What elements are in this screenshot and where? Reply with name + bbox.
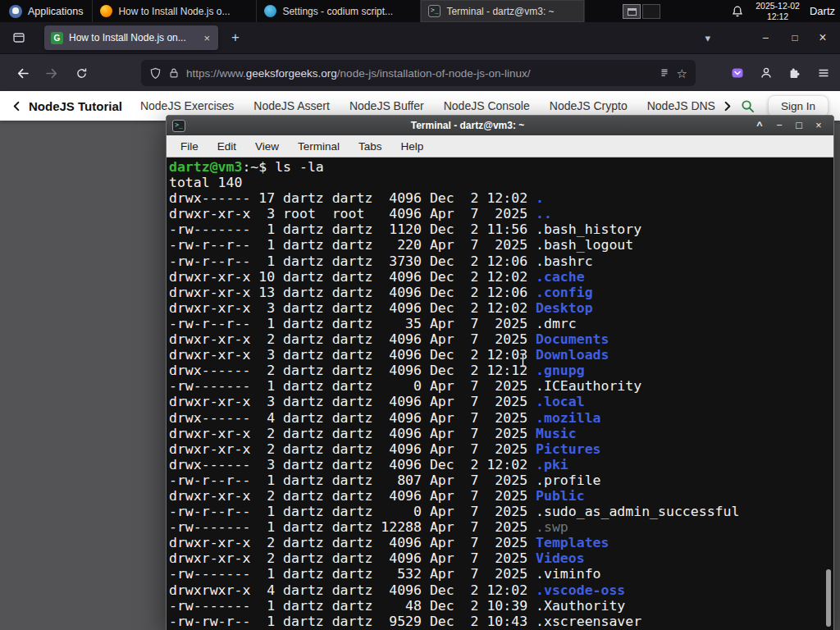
notifications-bell-icon[interactable] [729, 3, 746, 20]
terminal-line: drwx------ 2 dartz dartz 4096 Dec 2 12:1… [169, 363, 833, 378]
file-name: .. [536, 206, 552, 221]
workspace-cell-active[interactable] [623, 4, 641, 19]
panel-clock[interactable]: 2025-12-02 12:12 [756, 1, 800, 21]
terminal-line: -rw-r--r-- 1 dartz dartz 3730 Dec 2 12:0… [169, 253, 833, 269]
terminal-minimize-button[interactable]: − [769, 120, 789, 131]
terminal-menu-tabs[interactable]: Tabs [358, 140, 382, 153]
terminal-scrollbar-thumb[interactable] [826, 569, 831, 627]
terminal-line: drwxr-xr-x 3 dartz dartz 4096 Dec 2 12:0… [169, 347, 833, 363]
terminal-line: drwxr-xr-x 2 dartz dartz 4096 Apr 7 2025… [169, 441, 833, 457]
terminal-maximize-button[interactable]: □ [789, 120, 809, 131]
panel-user-menu[interactable]: Dartz [810, 5, 837, 17]
reader-mode-icon[interactable] [659, 67, 670, 79]
terminal-line: drwxr-xr-x 3 root root 4096 Apr 7 2025 .… [169, 206, 833, 221]
file-name: .bash_history [536, 221, 641, 237]
browser-minimize-button[interactable]: − [753, 22, 778, 53]
workspace-cell[interactable] [642, 4, 660, 19]
terminal-command: ls -la [275, 159, 324, 175]
firefox-window: G How to Install Node.js on... × + ▾ − □… [0, 22, 840, 121]
file-name: .gnupg [536, 363, 585, 378]
file-name: Desktop [536, 300, 593, 316]
reload-icon[interactable] [69, 61, 94, 85]
chevron-left-icon[interactable] [11, 101, 22, 112]
site-nav-link[interactable]: NodeJS Buffer [349, 99, 424, 112]
back-icon[interactable] [10, 61, 34, 85]
list-all-tabs-icon[interactable]: ▾ [705, 22, 710, 53]
taskbar-window-button[interactable]: Terminal - dartz@vm3: ~ [421, 0, 585, 22]
terminal-menu-file[interactable]: File [180, 140, 199, 153]
terminal-output: drwx------ 17 dartz dartz 4096 Dec 2 12:… [169, 190, 833, 629]
bookmark-star-icon[interactable]: ☆ [677, 67, 687, 80]
menu-hamburger-icon[interactable] [812, 61, 835, 85]
search-icon[interactable] [741, 99, 755, 113]
terminal-line: drwx------ 3 dartz dartz 4096 Dec 2 12:0… [169, 457, 833, 472]
terminal-icon [172, 120, 185, 132]
file-name: .swp [536, 519, 568, 535]
lock-icon[interactable] [168, 67, 180, 79]
terminal-total-line: total 140 [169, 175, 833, 190]
url-path: /node-js/installation-of-node-js-on-linu… [337, 67, 531, 80]
terminal-titlebar[interactable]: Terminal - dartz@vm3: ~ ^ − □ × [167, 116, 833, 135]
site-nav-link[interactable]: NodeJS Crypto [550, 99, 628, 112]
site-nav-link[interactable]: NodeJS DNS [647, 99, 715, 112]
terminal-line: -rw-r--r-- 1 dartz dartz 35 Apr 7 2025 .… [169, 316, 833, 331]
site-nav-primary[interactable]: NodeJS Tutorial [29, 99, 122, 113]
sign-in-button[interactable]: Sign In [768, 95, 829, 117]
terminal-menu-edit[interactable]: Edit [217, 140, 236, 153]
prompt-separator: : [242, 159, 250, 175]
prompt-user-host: dartz@vm3 [169, 159, 242, 175]
file-name: .Xauthority [536, 598, 625, 614]
pocket-icon[interactable] [726, 61, 749, 85]
terminal-body[interactable]: dartz@vm3:~$ ls -la total 140 drwx------… [167, 158, 833, 630]
file-name: .ICEauthority [536, 378, 641, 394]
terminal-close-button[interactable]: × [809, 120, 829, 131]
mouse-cursor [518, 353, 527, 368]
terminal-line: -rw-rw-r-- 1 dartz dartz 9529 Dec 2 10:4… [169, 614, 833, 629]
terminal-menu-view[interactable]: View [255, 140, 279, 153]
site-nav-link[interactable]: NodeJS Assert [253, 99, 330, 112]
browser-maximize-button[interactable]: □ [783, 22, 807, 53]
chevron-right-icon[interactable] [722, 101, 733, 112]
extensions-puzzle-icon[interactable] [783, 61, 806, 85]
browser-tab-active[interactable]: G How to Install Node.js on... × [44, 25, 218, 50]
file-name: .vscode-oss [536, 582, 625, 598]
taskbar-window-button[interactable]: How to Install Node.js o... [93, 0, 257, 22]
gfg-favicon: G [51, 32, 63, 44]
site-nav-link[interactable]: NodeJS Console [444, 99, 530, 112]
terminal-icon [428, 5, 441, 17]
terminal-window: Terminal - dartz@vm3: ~ ^ − □ × FileEdit… [166, 115, 834, 630]
applications-label: Applications [28, 6, 83, 17]
taskbar-window-title: How to Install Node.js o... [118, 6, 230, 17]
terminal-menu-terminal[interactable]: Terminal [298, 140, 340, 153]
browser-close-button[interactable]: × [810, 22, 835, 53]
forward-icon[interactable] [39, 61, 64, 85]
site-nav-links: NodeJS ExercisesNodeJS AssertNodeJS Buff… [140, 99, 722, 112]
applications-icon [9, 5, 22, 18]
applications-menu-button[interactable]: Applications [0, 0, 92, 22]
terminal-line: drwxr-xr-x 10 dartz dartz 4096 Dec 2 12:… [169, 269, 833, 285]
firefox-view-icon[interactable] [7, 26, 31, 49]
account-icon[interactable] [755, 61, 778, 85]
terminal-shade-button[interactable]: ^ [750, 120, 769, 131]
terminal-menu-help[interactable]: Help [401, 140, 424, 153]
url-bar[interactable]: https://www.geeksforgeeks.org/node-js/in… [141, 60, 696, 86]
firefox-icon [100, 5, 112, 17]
top-panel: Applications How to Install Node.js o...… [0, 0, 840, 22]
url-text[interactable]: https://www.geeksforgeeks.org/node-js/in… [186, 67, 652, 80]
file-name: .xscreensaver [536, 614, 641, 629]
terminal-line: -rw-r--r-- 1 dartz dartz 0 Apr 7 2025 .s… [169, 504, 833, 519]
file-name: . [536, 190, 544, 206]
terminal-line: drwxr-xr-x 2 dartz dartz 4096 Apr 7 2025… [169, 550, 833, 566]
file-name: .local [536, 394, 585, 409]
tab-close-icon[interactable]: × [202, 31, 212, 45]
terminal-line: -rw------- 1 dartz dartz 12288 Apr 7 202… [169, 519, 833, 535]
new-tab-button[interactable]: + [231, 22, 240, 53]
terminal-line: -rw-r--r-- 1 dartz dartz 220 Apr 7 2025 … [169, 237, 833, 253]
url-protocol: https://www. [186, 67, 246, 80]
workspace-switcher[interactable] [623, 4, 660, 19]
terminal-line: drwx------ 17 dartz dartz 4096 Dec 2 12:… [169, 190, 833, 206]
site-nav-link[interactable]: NodeJS Exercises [140, 99, 234, 112]
terminal-line: -rw------- 1 dartz dartz 0 Apr 7 2025 .I… [169, 378, 833, 394]
taskbar-window-button[interactable]: Settings - codium script... [257, 0, 421, 22]
tracking-shield-icon[interactable] [149, 67, 162, 80]
